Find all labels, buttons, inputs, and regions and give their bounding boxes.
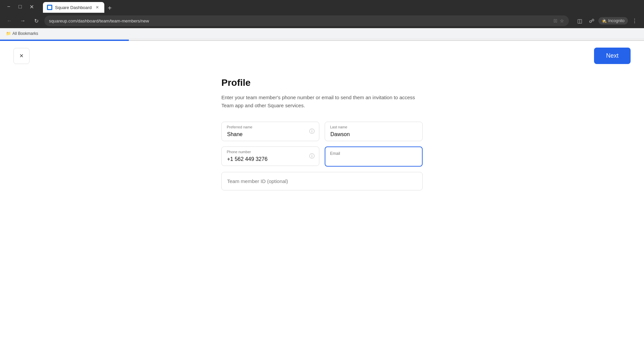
profile-button[interactable]: ☍ (586, 15, 597, 26)
contact-row: Phone number ⓘ Email (221, 146, 423, 167)
address-icons: 👁⃠ ☆ (554, 18, 564, 23)
page-content: × Next Profile Enter your team member's … (0, 39, 644, 350)
eye-off-icon: 👁⃠ (554, 18, 557, 23)
extensions-button[interactable]: ◫ (574, 15, 585, 26)
phone-number-input[interactable] (221, 146, 319, 166)
team-member-id-field (221, 172, 423, 190)
email-input[interactable] (325, 146, 423, 167)
more-options-button[interactable]: ⋮ (629, 15, 640, 26)
email-field: Email (325, 146, 423, 167)
close-button[interactable]: × (13, 48, 30, 64)
active-tab[interactable]: Square Dashboard ✕ (43, 2, 104, 13)
phone-number-field: Phone number ⓘ (221, 146, 319, 167)
next-button[interactable]: Next (594, 48, 631, 64)
form-title: Profile (221, 77, 423, 88)
progress-step-5 (515, 40, 644, 41)
form-container: Profile Enter your team member's phone n… (208, 71, 436, 197)
tab-title: Square Dashboard (55, 5, 92, 10)
last-name-wrapper: Last name (325, 122, 423, 141)
last-name-input[interactable] (325, 122, 423, 141)
incognito-badge: 🕵 Incognito (598, 17, 628, 24)
preferred-name-input[interactable] (221, 122, 319, 141)
progress-step-3 (258, 40, 386, 41)
browser-controls: − □ ✕ (4, 2, 36, 11)
phone-info-icon[interactable]: ⓘ (309, 153, 315, 160)
new-tab-button[interactable]: + (105, 3, 114, 13)
team-member-id-input[interactable] (221, 172, 423, 190)
incognito-label: Incognito (608, 18, 625, 23)
page-header: × Next (0, 41, 644, 71)
minimize-button[interactable]: − (4, 2, 13, 11)
bookmarks-bar: 📁 All Bookmarks (0, 28, 644, 39)
name-row: Preferred name ⓘ Last name (221, 122, 423, 141)
forward-button[interactable]: → (17, 15, 28, 26)
address-bar[interactable]: squareup.com/dashboard/team/team-members… (44, 15, 569, 26)
bookmarks-label: All Bookmarks (12, 31, 38, 36)
preferred-name-info-icon[interactable]: ⓘ (309, 128, 315, 135)
progress-step-1 (0, 40, 129, 41)
close-window-button[interactable]: ✕ (27, 2, 36, 11)
form-description: Enter your team member's phone number or… (221, 94, 423, 110)
browser-titlebar: − □ ✕ Square Dashboard ✕ + (0, 0, 644, 13)
progress-step-4 (386, 40, 515, 41)
bookmarks-folder[interactable]: 📁 All Bookmarks (4, 31, 40, 37)
tab-bar: Square Dashboard ✕ + (39, 1, 118, 13)
preferred-name-field: Preferred name ⓘ (221, 122, 319, 141)
browser-chrome: − □ ✕ Square Dashboard ✕ + ← → ↻ squareu… (0, 0, 644, 39)
preferred-name-wrapper: Preferred name ⓘ (221, 122, 319, 141)
incognito-icon: 🕵 (602, 18, 607, 23)
address-text: squareup.com/dashboard/team/team-members… (49, 18, 551, 23)
email-wrapper: Email (325, 146, 423, 167)
tab-favicon (47, 5, 52, 10)
progress-step-2 (129, 40, 258, 41)
tab-close-button[interactable]: ✕ (94, 4, 100, 10)
folder-icon: 📁 (6, 31, 11, 36)
maximize-button[interactable]: □ (15, 2, 25, 11)
refresh-button[interactable]: ↻ (31, 15, 42, 26)
svg-rect-0 (48, 6, 51, 9)
last-name-field: Last name (325, 122, 423, 141)
address-bar-row: ← → ↻ squareup.com/dashboard/team/team-m… (0, 13, 644, 28)
browser-actions: ◫ ☍ 🕵 Incognito ⋮ (574, 15, 640, 26)
star-icon[interactable]: ☆ (560, 18, 564, 23)
back-button[interactable]: ← (4, 15, 15, 26)
phone-number-wrapper: Phone number ⓘ (221, 146, 319, 166)
progress-steps (0, 39, 644, 41)
